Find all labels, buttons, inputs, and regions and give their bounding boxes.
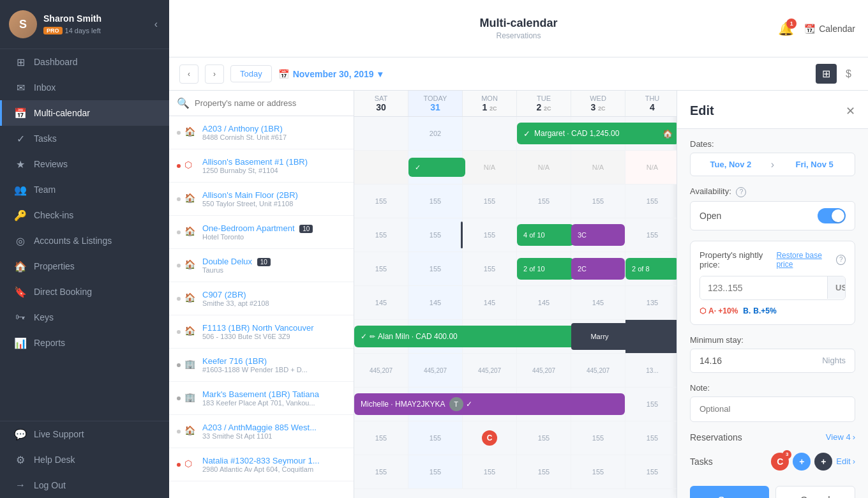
task-add2-button[interactable]: + [814, 453, 832, 471]
grid-cell[interactable]: 145 [463, 286, 517, 319]
today-button[interactable]: Today [230, 65, 272, 82]
list-item[interactable]: ⬡ Allison's Basement #1 (1BR) 1250 Burna… [169, 149, 354, 183]
grid-cell[interactable]: 155 [354, 421, 408, 455]
grid-cell[interactable]: 145 [517, 286, 571, 319]
grid-cell[interactable]: 155 [571, 185, 625, 218]
grid-cell[interactable]: 445,207 [517, 354, 571, 387]
notification-button[interactable]: 🔔 1 [778, 21, 794, 36]
grid-cell[interactable] [354, 151, 408, 184]
grid-cell[interactable]: 155 [625, 421, 677, 455]
grid-cell[interactable]: 145 [408, 286, 463, 319]
sidebar-item-tasks[interactable]: ✓ Tasks [0, 126, 169, 151]
grid-cell[interactable]: 4 of 10 [517, 218, 571, 252]
reservation-bar[interactable]: 2 of 10 [517, 258, 574, 280]
reservation-bar[interactable]: 2C [571, 258, 625, 280]
grid-cell[interactable]: 155 [517, 185, 571, 218]
task-add-button[interactable]: + [793, 453, 811, 471]
reservation-bar[interactable]: 3C [571, 224, 625, 246]
grid-cell[interactable]: 155 [625, 185, 677, 218]
grid-cell[interactable]: 3C [571, 218, 625, 252]
grid-cell[interactable]: ✓ Margaret · CAD 1,245.00 🏠 [517, 117, 571, 150]
sidebar-item-check-ins[interactable]: 🔑 Check-ins [0, 202, 169, 228]
sidebar-item-dashboard[interactable]: ⊞ Dashboard [0, 49, 169, 75]
restore-base-price-link[interactable]: Restore base price [776, 251, 834, 269]
price-input[interactable] [700, 276, 827, 299]
grid-cell[interactable]: 135 [625, 286, 677, 319]
list-item[interactable]: ⬡ Natalia #1302-833 Seymour 1... 2980 At… [169, 448, 354, 481]
list-item[interactable]: 🏠 Allison's Main Floor (2BR) 550 Taylor … [169, 183, 354, 216]
grid-cell[interactable]: 155 [463, 218, 517, 252]
list-item[interactable]: 🏠 C907 (2BR) Smithe 33, apt #2108 [169, 282, 354, 315]
reservation-bar[interactable]: 2 of 8 [625, 258, 677, 280]
grid-view-button[interactable]: ⊞ [816, 64, 837, 84]
edit-tasks-link[interactable]: Edit › [836, 456, 855, 466]
note-input[interactable] [690, 396, 855, 422]
sidebar-item-reviews[interactable]: ★ Reviews [0, 151, 169, 177]
grid-cell[interactable]: 155 [571, 421, 625, 455]
grid-cell[interactable]: 445,207 [408, 354, 463, 387]
list-item[interactable]: 🏢 Mark's Basement (1BR) Tatiana 183 Keef… [169, 382, 354, 415]
sidebar-item-help-desk[interactable]: ⚙ Help Desk [0, 447, 169, 472]
sidebar-item-team[interactable]: 👥 Team [0, 177, 169, 202]
sidebar-item-multi-calendar[interactable]: 📅 Multi-calendar [0, 100, 169, 126]
help-icon[interactable]: ? [736, 187, 746, 197]
prev-button[interactable]: ‹ [179, 64, 198, 84]
grid-cell[interactable]: 155 [354, 252, 408, 285]
grid-cell[interactable]: 155 [463, 185, 517, 218]
min-stay-input[interactable] [700, 356, 738, 366]
sidebar-item-direct-booking[interactable]: 🔖 Direct Booking [0, 279, 169, 305]
grid-cell[interactable]: 155 [463, 252, 517, 285]
view-reservations-link[interactable]: View 4 › [826, 432, 855, 442]
grid-cell[interactable]: 155 [408, 421, 463, 455]
price-help-icon[interactable]: ? [836, 255, 846, 265]
search-input[interactable] [195, 98, 346, 108]
grid-cell[interactable]: C [463, 421, 517, 455]
grid-cell[interactable]: 445,207 [463, 354, 517, 387]
grid-cell[interactable]: 2C [571, 252, 625, 285]
sidebar-item-keys[interactable]: 🗝 Keys [0, 305, 169, 330]
sidebar-item-accounts-listings[interactable]: ◎ Accounts & Listings [0, 228, 169, 253]
grid-cell[interactable]: ✓ [408, 151, 463, 184]
grid-cell[interactable]: 2 of 10 [517, 252, 571, 285]
grid-cell[interactable]: 155 [625, 388, 677, 421]
grid-cell[interactable]: 155 [408, 218, 463, 252]
availability-toggle[interactable] [818, 208, 846, 223]
grid-cell[interactable]: 155 [625, 455, 677, 488]
sidebar-item-properties[interactable]: 🏠 Properties [0, 253, 169, 279]
date-selector-button[interactable]: 📅 November 30, 2019 ▾ [278, 69, 382, 79]
dollar-view-button[interactable]: $ [839, 64, 858, 84]
calendar-view-button[interactable]: 📆 Calendar [804, 24, 855, 34]
grid-cell[interactable]: Marry [571, 320, 625, 353]
list-item[interactable]: 🏠 A203 / Anthony (1BR) 8488 Cornish St. … [169, 116, 354, 149]
task-c-button[interactable]: C 3 [771, 453, 789, 471]
grid-cell[interactable] [354, 117, 408, 150]
grid-cell[interactable] [625, 320, 677, 353]
grid-cell[interactable]: 155 [625, 218, 677, 252]
collapse-sidebar-button[interactable]: ‹ [152, 16, 160, 33]
list-item[interactable]: 🏢 Keefer 716 (1BR) #1603-1188 W Pender 1… [169, 349, 354, 382]
grid-cell[interactable]: 155 [354, 185, 408, 218]
sidebar-item-inbox[interactable]: ✉ Inbox [0, 75, 169, 100]
grid-cell[interactable]: 155 [408, 252, 463, 285]
reservation-bar[interactable]: Michelle · HMAY2JKYKA T ✓ [354, 393, 625, 415]
grid-cell[interactable]: ✓ ✏ Alan Miln · CAD 400.00 👤 〜 [354, 320, 408, 353]
start-date-button[interactable]: Tue, Nov 2 [691, 153, 771, 176]
next-button[interactable]: › [205, 64, 224, 84]
grid-cell[interactable]: N/A [463, 151, 517, 184]
grid-cell[interactable]: 155 [408, 455, 463, 488]
grid-cell[interactable]: 2 of 8 [625, 252, 677, 285]
close-button[interactable]: ✕ [846, 104, 855, 118]
end-date-button[interactable]: Fri, Nov 5 [774, 153, 855, 176]
grid-cell[interactable]: 155 [571, 455, 625, 488]
grid-cell[interactable] [463, 117, 517, 150]
grid-cell[interactable]: N/A [571, 151, 625, 184]
sidebar-item-live-support[interactable]: 💬 Live Support [0, 421, 169, 447]
cancel-button[interactable]: Cancel [775, 486, 856, 499]
reservation-bar[interactable]: 4 of 10 [517, 224, 574, 246]
grid-cell[interactable]: 155 [517, 455, 571, 488]
list-item[interactable]: 🏠 A203 / AnthMaggie 885 West... 33 Smith… [169, 415, 354, 448]
grid-cell[interactable]: 155 [517, 421, 571, 455]
sidebar-item-log-out[interactable]: → Log Out [0, 472, 169, 498]
grid-cell[interactable]: 155 [463, 455, 517, 488]
reservation-bar[interactable]: ✓ [408, 158, 465, 177]
